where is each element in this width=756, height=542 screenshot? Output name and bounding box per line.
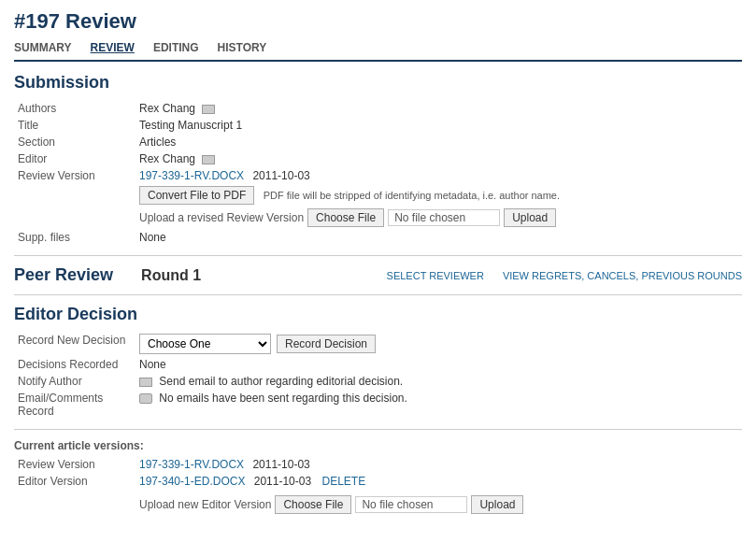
versions-table: Review Version 197-339-1-RV.DOCX 2011-10… (14, 456, 742, 516)
upload-revised-label: Upload a revised Review Version (139, 211, 304, 224)
record-new-label: Record New Decision (14, 332, 136, 356)
review-version-value: 197-339-1-RV.DOCX 2011-10-03 Convert Fil… (136, 167, 742, 229)
decisions-recorded-label: Decisions Recorded (14, 356, 136, 373)
editor-label: Editor (14, 150, 136, 167)
current-versions-heading: Current article versions: (14, 439, 742, 452)
peer-review-title: Peer Review (14, 265, 113, 285)
authors-label: Authors (14, 100, 136, 117)
tab-editing[interactable]: EDITING (153, 39, 199, 56)
review-version-date-cv: 2011-10-03 (252, 458, 309, 471)
divider-1 (14, 255, 742, 256)
peer-review-section: Peer Review Round 1 SELECT REVIEWER VIEW… (14, 265, 742, 285)
decisions-recorded-value: None (136, 356, 742, 373)
peer-links: SELECT REVIEWER VIEW REGRETS, CANCELS, P… (387, 270, 742, 281)
email-comments-label: Email/Comments Record (14, 390, 136, 420)
record-decision-button[interactable]: Record Decision (277, 335, 376, 353)
editor-version-label-cv: Editor Version (14, 473, 136, 490)
table-row: Section Articles (14, 134, 742, 150)
file-chosen-review: No file chosen (388, 209, 500, 226)
supp-files-value: None (136, 229, 742, 246)
title-value: Testing Manuscript 1 (136, 117, 742, 134)
editor-value: Rex Chang (136, 150, 742, 167)
page-title: #197 Review (14, 9, 742, 34)
comment-icon (139, 393, 152, 404)
review-version-label-cv: Review Version (14, 456, 136, 473)
notify-author-value: Send email to author regarding editorial… (136, 373, 742, 390)
convert-pdf-button[interactable]: Convert File to PDF (139, 186, 254, 205)
section-value: Articles (136, 134, 742, 150)
table-row: Title Testing Manuscript 1 (14, 117, 742, 134)
record-new-value: Choose One Accept Revisions Required Res… (136, 332, 742, 356)
authors-value: Rex Chang (136, 100, 742, 117)
editor-decision-table: Record New Decision Choose One Accept Re… (14, 332, 742, 420)
editor-version-value-cv: 197-340-1-ED.DOCX 2011-10-03 DELETE (136, 473, 742, 490)
editor-version-date-cv: 2011-10-03 (254, 475, 311, 488)
table-row: Editor Rex Chang (14, 150, 742, 167)
table-row: Upload new Editor Version Choose File No… (14, 490, 742, 516)
tab-history[interactable]: HISTORY (218, 39, 267, 56)
select-reviewer-link[interactable]: SELECT REVIEWER (387, 270, 484, 281)
upload-editor-label: Upload new Editor Version (139, 498, 271, 511)
submission-section: Submission Authors Rex Chang Title Testi… (14, 73, 742, 246)
email-icon (202, 105, 215, 114)
table-row: Decisions Recorded None (14, 356, 742, 373)
review-version-link[interactable]: 197-339-1-RV.DOCX (139, 169, 244, 182)
table-row: Review Version 197-339-1-RV.DOCX 2011-10… (14, 456, 742, 473)
table-row: Editor Version 197-340-1-ED.DOCX 2011-10… (14, 473, 742, 490)
delete-link[interactable]: DELETE (321, 475, 365, 488)
review-version-label: Review Version (14, 167, 136, 229)
table-row: Email/Comments Record No emails have bee… (14, 390, 742, 420)
choose-file-button-editor[interactable]: Choose File (275, 495, 351, 514)
upload-button-review[interactable]: Upload (504, 208, 556, 227)
title-label: Title (14, 117, 136, 134)
convert-note: PDF file will be stripped of identifying… (264, 190, 560, 201)
section-label: Section (14, 134, 136, 150)
upload-button-editor[interactable]: Upload (471, 495, 523, 514)
round-label: Round 1 (141, 267, 201, 284)
divider-2 (14, 294, 742, 295)
submission-table: Authors Rex Chang Title Testing Manuscri… (14, 100, 742, 246)
divider-3 (14, 429, 742, 430)
editor-decision-section: Editor Decision Record New Decision Choo… (14, 305, 742, 420)
table-row: Notify Author Send email to author regar… (14, 373, 742, 390)
tab-summary[interactable]: SUMMARY (14, 39, 72, 56)
email-comments-value: No emails have been sent regarding this … (136, 390, 742, 420)
email-icon-editor (202, 155, 215, 164)
table-row: Supp. files None (14, 229, 742, 246)
nav-tabs: SUMMARY REVIEW EDITING HISTORY (14, 39, 742, 62)
notify-author-label: Notify Author (14, 373, 136, 390)
editor-decision-title: Editor Decision (14, 305, 742, 324)
supp-files-label: Supp. files (14, 229, 136, 246)
decision-select[interactable]: Choose One Accept Revisions Required Res… (139, 334, 271, 354)
review-version-link-cv[interactable]: 197-339-1-RV.DOCX (139, 458, 244, 471)
tab-review[interactable]: REVIEW (91, 39, 135, 56)
table-row: Review Version 197-339-1-RV.DOCX 2011-10… (14, 167, 742, 229)
table-row: Record New Decision Choose One Accept Re… (14, 332, 742, 356)
current-versions-section: Current article versions: Review Version… (14, 439, 742, 516)
editor-version-link-cv[interactable]: 197-340-1-ED.DOCX (139, 475, 245, 488)
email-icon-notify (139, 378, 152, 387)
table-row: Authors Rex Chang (14, 100, 742, 117)
submission-title: Submission (14, 73, 742, 93)
review-version-value-cv: 197-339-1-RV.DOCX 2011-10-03 (136, 456, 742, 473)
file-chosen-editor: No file chosen (355, 496, 467, 513)
review-version-date: 2011-10-03 (252, 169, 309, 182)
choose-file-button-review[interactable]: Choose File (307, 208, 384, 227)
view-regrets-link[interactable]: VIEW REGRETS, CANCELS, PREVIOUS ROUNDS (503, 270, 742, 281)
